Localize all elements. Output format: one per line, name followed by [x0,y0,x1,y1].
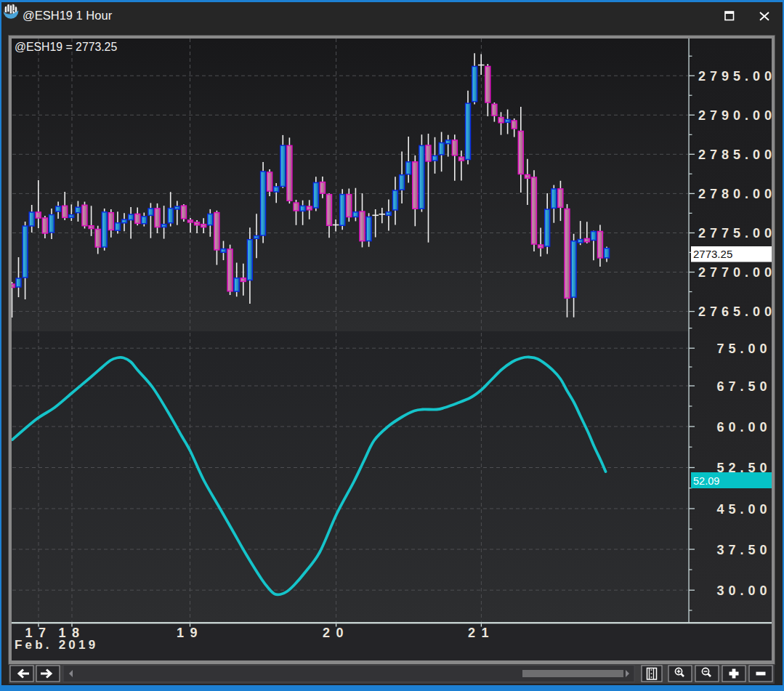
svg-text:2790.00: 2790.00 [698,108,776,123]
svg-text:67.50: 67.50 [717,379,772,394]
svg-text:@ESH19 = 2773.25: @ESH19 = 2773.25 [15,41,117,53]
svg-text:21: 21 [468,626,495,640]
svg-text:2765.00: 2765.00 [698,304,776,319]
svg-text:2770.00: 2770.00 [698,265,776,280]
svg-text:Feb. 2019: Feb. 2019 [15,638,98,652]
svg-text:19: 19 [177,626,203,640]
svg-text:52.09: 52.09 [693,475,719,487]
svg-text:@ESH19 1 Hour: @ESH19 1 Hour [23,9,113,22]
svg-text:37.50: 37.50 [717,543,772,557]
svg-text:30.00: 30.00 [717,583,772,598]
svg-text:45.00: 45.00 [717,502,772,517]
svg-text:2785.00: 2785.00 [698,148,776,162]
svg-text:75.00: 75.00 [717,342,772,356]
svg-text:2773.25: 2773.25 [693,248,732,260]
svg-text:20: 20 [323,626,349,640]
svg-text:60.00: 60.00 [717,420,772,435]
svg-text:2795.00: 2795.00 [698,69,776,84]
svg-text:2775.00: 2775.00 [698,226,776,241]
svg-text:2780.00: 2780.00 [698,187,776,201]
